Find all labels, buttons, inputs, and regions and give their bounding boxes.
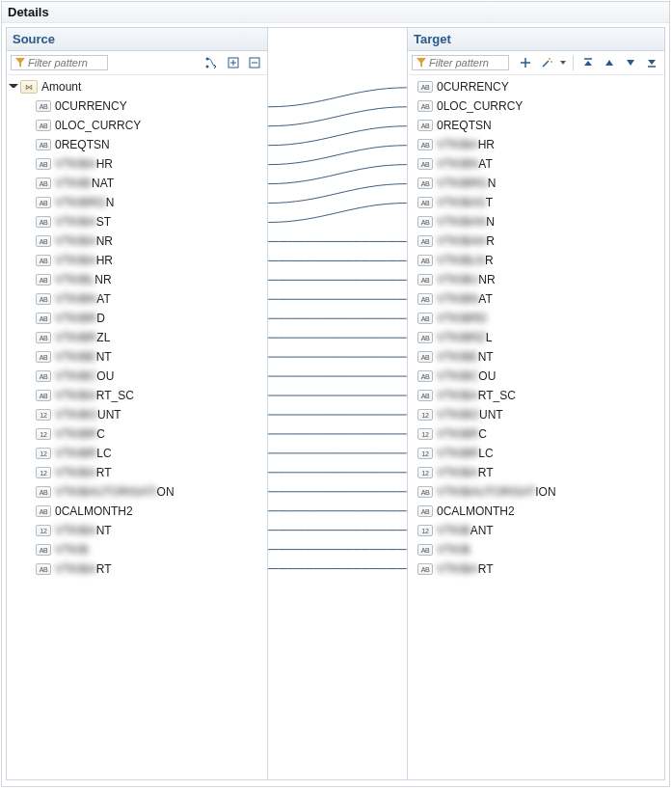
source-item[interactable]: AB0CURRENCY: [7, 96, 267, 116]
expand-all-icon[interactable]: [225, 54, 242, 71]
type-badge: AB: [417, 139, 433, 150]
type-badge: AB: [36, 255, 51, 266]
target-item[interactable]: ABVTKIBNAT: [408, 154, 664, 174]
target-tree[interactable]: AB0CURRENCYAB0LOC_CURRCYAB0REQTSNABVTKIB…: [408, 75, 664, 581]
target-item[interactable]: ABVTKIBRD: [408, 309, 664, 328]
target-item[interactable]: AB0LOC_CURRCY: [408, 96, 664, 116]
source-item[interactable]: 12VTKIBRLC: [7, 444, 267, 463]
target-item[interactable]: ABVTKIBAHR: [408, 232, 664, 251]
move-top-icon[interactable]: [579, 54, 597, 71]
target-item[interactable]: 12VTKIBRC: [408, 424, 664, 444]
target-item[interactable]: ABVTKIBCOU: [408, 367, 664, 386]
target-item[interactable]: ABVTKIBRGN: [408, 174, 664, 193]
source-item[interactable]: ABVTKIBRD: [7, 309, 267, 328]
add-icon[interactable]: [517, 54, 534, 71]
target-item[interactable]: ABVTKIBUNR: [408, 270, 664, 289]
source-item[interactable]: ABVTKIBNAT: [7, 289, 267, 309]
item-label: VTKIBENT: [55, 350, 112, 364]
item-label: VTKIBLNR: [437, 254, 494, 267]
item-label: VTKIBRD: [437, 312, 487, 325]
type-badge: AB: [36, 158, 51, 170]
filter-icon: [15, 58, 25, 68]
target-item[interactable]: ABVTKIBAUTORISATION: [408, 482, 664, 502]
item-label: VTKIBAHR: [437, 138, 495, 151]
target-item[interactable]: ABVTKIBAST: [408, 193, 664, 212]
target-item[interactable]: AB0CALMONTH2: [408, 502, 664, 521]
target-item[interactable]: ABVTKIB: [408, 540, 664, 559]
source-item[interactable]: ABVTKIBAST: [7, 212, 267, 232]
source-root[interactable]: ⋈Amount: [7, 77, 267, 96]
target-item[interactable]: ABVTKIBART: [408, 559, 664, 579]
target-item[interactable]: ABVTKIBANN: [408, 212, 664, 232]
target-item[interactable]: ABVTKIBLNR: [408, 251, 664, 270]
target-filter[interactable]: [412, 55, 509, 70]
source-item[interactable]: ABVTKIBANR: [7, 232, 267, 251]
item-label: 0LOC_CURRCY: [437, 99, 523, 113]
source-column: Source ⋈AmountAB0CUR: [6, 27, 268, 780]
target-toolbar: [408, 51, 664, 75]
source-item[interactable]: AB0LOC_CURRCY: [7, 116, 267, 135]
mapping-wires: [268, 28, 407, 779]
automap-icon[interactable]: [203, 54, 221, 71]
target-item[interactable]: ABVTKIBART_SC: [408, 386, 664, 405]
type-badge: AB: [417, 81, 433, 93]
source-item[interactable]: ABVTKIBAHR: [7, 154, 267, 174]
move-bottom-icon[interactable]: [643, 54, 660, 71]
target-item[interactable]: ABVTKIBRZL: [408, 328, 664, 347]
source-item[interactable]: 12VTKIBART: [7, 463, 267, 482]
target-item[interactable]: ABVTKIBAHR: [408, 135, 664, 154]
type-badge: 12: [417, 448, 433, 459]
type-badge: AB: [36, 293, 51, 305]
item-label: VTKIB: [437, 543, 470, 557]
target-item[interactable]: 12VTKIBANT: [408, 521, 664, 540]
wand-icon[interactable]: [538, 54, 555, 71]
source-item[interactable]: ABVTKIB: [7, 540, 267, 559]
item-label: VTKIBAUTORISATION: [437, 485, 556, 499]
source-item[interactable]: ABVTKIBLNR: [7, 270, 267, 289]
item-label: VTKIBNAT: [437, 292, 493, 306]
type-badge: 12: [36, 428, 51, 440]
source-filter[interactable]: [11, 55, 108, 70]
source-item[interactable]: ABVTKIBART_SC: [7, 386, 267, 405]
type-badge: AB: [417, 293, 433, 305]
target-item[interactable]: 12VTKIBRLC: [408, 444, 664, 463]
source-item[interactable]: ABVTKIBINAT: [7, 174, 267, 193]
source-tree[interactable]: ⋈AmountAB0CURRENCYAB0LOC_CURRCYAB0REQTSN…: [7, 75, 267, 581]
type-badge: AB: [36, 332, 51, 343]
source-item[interactable]: ABVTKIBART: [7, 559, 267, 579]
source-item[interactable]: 12VTKIBANT: [7, 521, 267, 540]
target-item[interactable]: AB0CURRENCY: [408, 77, 664, 96]
type-badge: 12: [36, 409, 51, 421]
source-item[interactable]: 12VTKIBRC: [7, 424, 267, 444]
details-panel: Details Source: [1, 1, 670, 787]
type-badge: AB: [417, 197, 433, 208]
type-badge: AB: [417, 370, 433, 382]
target-filter-input[interactable]: [429, 57, 504, 68]
collapse-all-icon[interactable]: [246, 54, 263, 71]
source-item[interactable]: ABVTKIBENT: [7, 347, 267, 367]
type-badge: AB: [36, 370, 51, 382]
target-item[interactable]: AB0REQTSN: [408, 116, 664, 135]
item-label: VTKIBART: [55, 562, 111, 576]
target-item[interactable]: 12VTKIBART: [408, 463, 664, 482]
type-badge: 12: [417, 525, 433, 536]
source-item[interactable]: ABVTKIBAUTORISATION: [7, 482, 267, 502]
move-down-icon[interactable]: [622, 54, 639, 71]
source-item[interactable]: 12VTKIBOUNT: [7, 405, 267, 424]
source-item[interactable]: ABVTKIBAHR: [7, 251, 267, 270]
type-badge: 12: [417, 467, 433, 478]
source-item[interactable]: ABVTKIBRZL: [7, 328, 267, 347]
source-filter-input[interactable]: [28, 57, 103, 68]
panel-title: Details: [2, 2, 669, 23]
type-badge: AB: [417, 351, 433, 363]
source-item[interactable]: ABVTKIBRGN: [7, 193, 267, 212]
dropdown-icon[interactable]: [559, 54, 567, 71]
source-item[interactable]: AB0CALMONTH2: [7, 502, 267, 521]
type-badge: AB: [417, 120, 433, 131]
move-up-icon[interactable]: [601, 54, 618, 71]
target-item[interactable]: 12VTKIBOUNT: [408, 405, 664, 424]
source-item[interactable]: AB0REQTSN: [7, 135, 267, 154]
target-item[interactable]: ABVTKIBENT: [408, 347, 664, 367]
target-item[interactable]: ABVTKIBNAT: [408, 289, 664, 309]
source-item[interactable]: ABVTKIBCOU: [7, 367, 267, 386]
